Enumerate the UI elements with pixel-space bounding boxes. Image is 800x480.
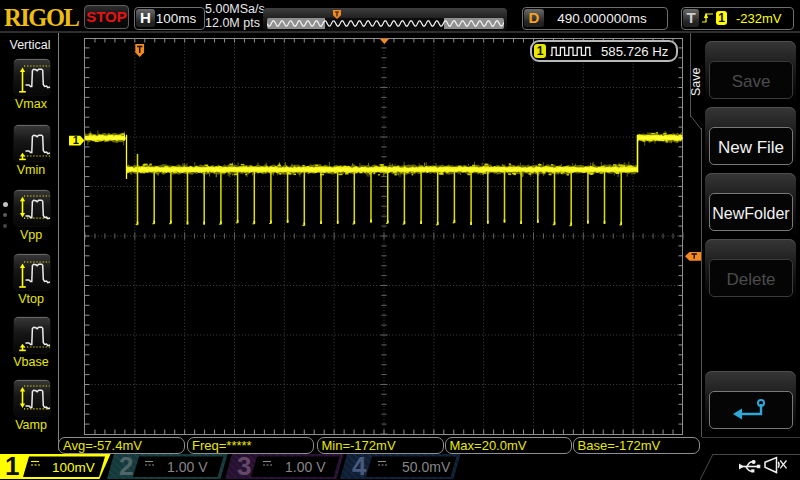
svg-text:2: 2 <box>119 453 133 480</box>
svg-text:50.0mV: 50.0mV <box>402 459 451 475</box>
svg-text:1.00 V: 1.00 V <box>285 459 326 475</box>
svg-text:4: 4 <box>352 453 367 480</box>
svg-text:3: 3 <box>237 453 251 480</box>
svg-text:1: 1 <box>73 134 79 146</box>
svg-text:1.00 V: 1.00 V <box>167 459 208 475</box>
